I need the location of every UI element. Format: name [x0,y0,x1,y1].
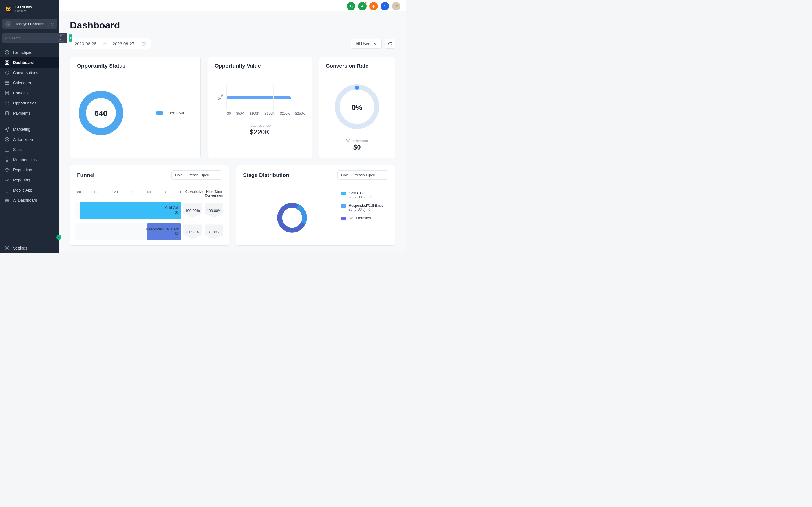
brand-logo-icon: 🐱 [4,5,12,13]
page-title: Dashboard [70,20,395,31]
badge-icon [4,157,10,162]
legend-label: Open - 640 [165,111,185,115]
search-input[interactable]: ⌘ K [2,33,67,43]
svg-point-30 [6,200,7,201]
phone-button[interactable] [347,2,355,10]
users-filter[interactable]: All Users [351,39,382,49]
funnel-stage-amount: $0 [146,232,179,236]
arrow-right-icon [103,42,107,46]
series-label: Open [215,93,224,103]
gauge-chart: 0% [333,83,381,131]
user-avatar[interactable]: IP [392,2,400,10]
gauge-percent: 0% [352,103,363,112]
sidebar-item-opportunities[interactable]: Opportunities [0,98,59,108]
card-title: Conversion Rate [319,57,395,74]
notifications-button[interactable] [369,2,378,10]
sidebar-item-label: Payments [13,111,31,115]
sidebar-item-label: Settings [13,246,28,250]
phone-icon [349,4,353,8]
card-title: Opportunity Status [70,57,200,74]
sidebar-item-reputation[interactable]: Reputation [0,165,59,175]
contacts-icon [4,91,10,96]
sidebar-item-mobile[interactable]: Mobile App [0,185,59,195]
svg-point-13 [6,102,6,103]
content-area: Dashboard 2023-08-28 2023-09-27 All User… [59,11,406,253]
sidebar-item-dashboard[interactable]: Dashboard [0,57,59,68]
sidebar-item-label: Dashboard [13,60,34,65]
svg-point-31 [7,200,8,201]
sidebar-item-label: Marketing [13,127,30,131]
trend-icon [4,177,10,182]
metric-label: Total revenue [214,123,305,128]
svg-rect-4 [8,61,9,62]
svg-point-0 [5,37,6,39]
sidebar-item-label: Conversations [13,70,38,75]
donut-center-value: 640 [94,109,108,118]
date-range-picker[interactable]: 2023-08-28 2023-09-27 [70,38,151,49]
quick-actions-button[interactable] [69,34,72,42]
col-cumulative: Cumulative [185,190,204,198]
workspace-switcher[interactable]: ✦ LeadLynx Connect [2,18,57,29]
sidebar-item-label: Memberships [13,158,37,162]
sidebar-item-ai[interactable]: AI Dashboard [0,195,59,205]
sidebar-item-marketing[interactable]: Marketing [0,124,59,134]
lightning-icon [69,36,72,40]
funnel-stage-name: Cold Call [165,206,179,211]
brand-row: 🐱 LeadLynx Connect [0,0,59,16]
sidebar-item-label: Launchpad [13,50,33,55]
sidebar-item-label: Contacts [13,91,29,95]
sidebar-item-automation[interactable]: Automation [0,134,59,145]
svg-rect-35 [142,42,146,45]
payments-icon [4,111,10,116]
sidebar-item-calendars[interactable]: Calendars [0,78,59,88]
pipeline-select[interactable]: Cold Outreach Pipeline... [338,170,388,180]
donut-chart: 640 [77,89,125,137]
sidebar-item-reporting[interactable]: Reporting [0,175,59,185]
svg-rect-24 [5,148,9,151]
legend-swatch-icon [156,111,163,115]
svg-rect-6 [8,63,9,64]
gear-icon [4,245,10,251]
legend-item: Cold Call$0 (25.00%) - 1 [341,191,388,199]
calendar-icon [142,41,146,46]
sidebar: 🐱 LeadLynx Connect ✦ LeadLynx Connect ⌘ … [0,0,59,253]
sidebar-item-sites[interactable]: Sites [0,145,59,155]
date-end: 2023-09-27 [113,41,135,46]
sidebar-item-label: Reporting [13,178,30,182]
help-button[interactable]: ? [380,2,389,10]
collapse-sidebar-button[interactable] [56,235,61,240]
pipeline-select[interactable]: Cold Outreach Pipeline... [171,170,222,180]
sidebar-item-label: Automation [13,137,33,142]
funnel-axis: 1801501209060300 [75,190,185,198]
refresh-button[interactable] [385,39,395,49]
sidebar-item-payments[interactable]: Payments [0,108,59,118]
chevron-down-icon [216,174,218,177]
sites-icon [4,147,10,152]
megaphone-icon [360,4,364,8]
sidebar-item-label: Sites [13,147,22,152]
col-next-step: Next Step Conversion [204,190,224,198]
nav-divider [4,121,55,121]
sidebar-item-settings[interactable]: Settings [0,243,59,253]
svg-line-1 [6,38,7,39]
announce-button[interactable] [358,2,366,10]
metric-value: $0 [326,144,388,151]
chevron-down-icon [373,42,377,45]
help-icon: ? [383,4,387,8]
funnel-stage-name: Responded/Call Back [146,228,179,232]
svg-rect-5 [5,63,6,64]
svg-point-26 [6,158,8,160]
sidebar-item-contacts[interactable]: Contacts [0,88,59,98]
hbar-track [226,85,305,110]
sidebar-item-label: Reputation [13,168,32,172]
opportunities-icon [4,101,10,106]
sidebar-item-launchpad[interactable]: Launchpad [0,47,59,57]
sidebar-item-label: Opportunities [13,101,36,105]
sidebar-item-memberships[interactable]: Memberships [0,155,59,165]
sidebar-item-conversations[interactable]: Conversations [0,68,59,78]
svg-point-33 [6,247,8,249]
svg-point-15 [6,104,6,105]
legend-item: Open - 640 [156,111,185,115]
sidebar-item-label: Mobile App [13,188,33,192]
funnel-next: 31.98% [204,223,224,240]
